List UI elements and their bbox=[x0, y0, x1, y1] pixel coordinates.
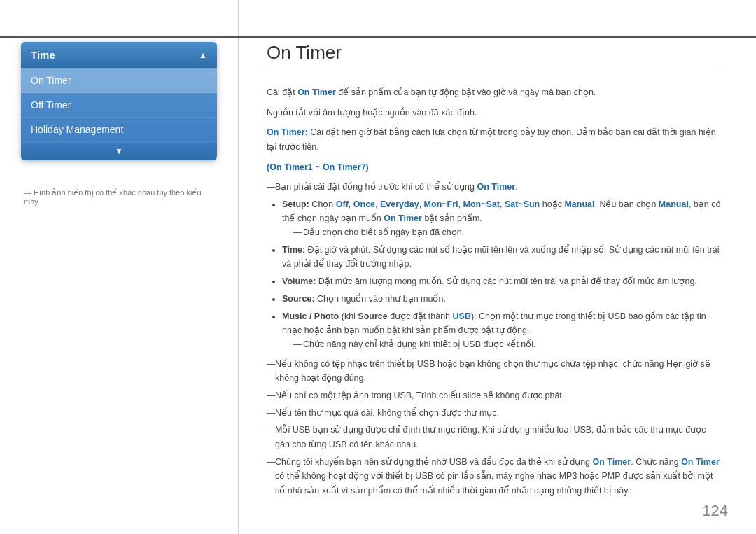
label-source: Source: bbox=[282, 294, 315, 304]
sidebar-menu: Time ▲ On Timer Off Timer Holiday Manage… bbox=[21, 42, 217, 160]
label-source-inline: Source bbox=[358, 311, 387, 321]
label-volume: Volume: bbox=[282, 276, 316, 286]
highlight-on-timer-note5b: On Timer bbox=[681, 457, 720, 467]
bullet-source: Source: Chọn nguồn vào như bạn muốn. bbox=[282, 292, 721, 306]
page-title: On Timer bbox=[267, 42, 721, 71]
highlight-everyday: Everyday bbox=[380, 199, 419, 209]
highlight-once: Once bbox=[354, 199, 375, 209]
highlight-monfri: Mon~Fri bbox=[424, 199, 458, 209]
highlight-monsat: Mon~Sat bbox=[463, 199, 500, 209]
highlight-satsun: Sat~Sun bbox=[505, 199, 540, 209]
sidebar-item-holiday-management[interactable]: Holiday Management bbox=[21, 118, 217, 142]
sidebar-title: Time bbox=[31, 49, 55, 61]
intro-para-2: Nguồn tắt với âm lượng hoặc nguồn vào đã… bbox=[267, 106, 721, 120]
bullet-music: Music / Photo (khi Source được đặt thành… bbox=[282, 309, 721, 351]
intro-para-1: Cài đặt On Timer để sản phẩm của bạn tự … bbox=[267, 85, 721, 100]
label-time: Time: bbox=[282, 245, 305, 255]
bullet-time: Time: Đặt giờ và phút. Sử dụng các nút s… bbox=[282, 243, 721, 271]
note-4: Mỗi USB bạn sử dụng được chỉ định thư mụ… bbox=[267, 423, 721, 451]
page-number: 124 bbox=[702, 502, 728, 520]
highlight-usb: USB bbox=[453, 311, 471, 321]
sidebar-item-on-timer[interactable]: On Timer bbox=[21, 69, 217, 93]
sub-heading: (On Timer1 ~ On Timer7) bbox=[267, 160, 721, 175]
note-1: Nếu không có tệp nhạc trên thiết bị USB … bbox=[267, 357, 721, 386]
arrow-down-row[interactable]: ▼ bbox=[21, 142, 217, 160]
sidebar-item-off-timer[interactable]: Off Timer bbox=[21, 93, 217, 118]
note-clock: Bạn phải cài đặt đồng hồ trước khi có th… bbox=[267, 180, 721, 195]
page-container: Time ▲ On Timer Off Timer Holiday Manage… bbox=[0, 0, 756, 534]
desc-para: On Timer: Cài đặt hẹn giờ bật bằng cách … bbox=[267, 125, 721, 154]
highlight-on-timer-note: On Timer bbox=[477, 182, 515, 192]
note-3: Nếu tên thư mục quá dài, không thể chọn … bbox=[267, 406, 721, 421]
highlight-off: Off bbox=[336, 199, 349, 209]
top-border bbox=[0, 36, 756, 38]
sidebar: Time ▲ On Timer Off Timer Holiday Manage… bbox=[0, 0, 238, 534]
arrow-up-icon[interactable]: ▲ bbox=[199, 50, 207, 60]
sub-note-setup: Dấu chọn cho biết số ngày bạn đã chọn. bbox=[282, 225, 721, 239]
highlight-on-timer-note5: On Timer bbox=[593, 457, 631, 467]
highlight-on-timer-desc: On Timer: bbox=[267, 127, 308, 137]
label-setup: Setup: bbox=[282, 199, 309, 209]
sub-note-music: Chức năng này chỉ khả dụng khi thiết bị … bbox=[282, 337, 721, 351]
note-5: Chúng tôi khuyến bạn nên sử dụng thẻ nhớ… bbox=[267, 455, 721, 498]
bullet-setup: Setup: Chọn Off, Once, Everyday, Mon~Fri… bbox=[282, 197, 721, 239]
highlight-on-timer-1: On Timer bbox=[298, 87, 336, 97]
highlight-manual-2: Manual bbox=[659, 199, 689, 209]
sidebar-note: ― Hình ảnh hiển thị có thể khác nhau tùy… bbox=[21, 188, 217, 206]
arrow-down-icon: ▼ bbox=[115, 146, 123, 156]
bullet-list: Setup: Chọn Off, Once, Everyday, Mon~Fri… bbox=[267, 197, 721, 351]
highlight-manual-1: Manual bbox=[564, 199, 594, 209]
highlight-on-timer-setup: On Timer bbox=[384, 213, 422, 223]
main-content: On Timer Cài đặt On Timer để sản phẩm củ… bbox=[238, 0, 756, 534]
note-2: Nếu chỉ có một tệp ảnh trong USB, Trình … bbox=[267, 388, 721, 403]
bullet-volume: Volume: Đặt mức âm lượng mong muốn. Sử d… bbox=[282, 274, 721, 288]
content-body: Cài đặt On Timer để sản phẩm của bạn tự … bbox=[267, 85, 721, 498]
label-music: Music / Photo bbox=[282, 311, 339, 321]
sidebar-header: Time ▲ bbox=[21, 42, 217, 69]
